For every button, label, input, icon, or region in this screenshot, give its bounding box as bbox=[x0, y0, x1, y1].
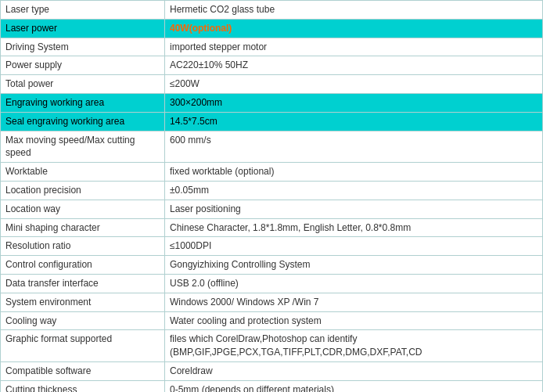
specs-table: Laser typeHermetic CO2 glass tubeLaser p… bbox=[0, 0, 543, 392]
table-row: Location precision±0.05mm bbox=[1, 181, 543, 200]
table-row: Engraving working area300×200mm bbox=[1, 93, 543, 112]
row-label: Laser type bbox=[1, 1, 165, 20]
row-value: 600 mm/s bbox=[165, 131, 543, 163]
row-value: 0-5mm (depends on different materials) bbox=[165, 380, 543, 392]
table-row: Laser power40W(optional) bbox=[1, 19, 543, 38]
row-label: Control configuration bbox=[1, 256, 165, 275]
row-value: USB 2.0 (offline) bbox=[165, 274, 543, 293]
row-value: ±0.05mm bbox=[165, 181, 543, 200]
table-row: Laser typeHermetic CO2 glass tube bbox=[1, 1, 543, 20]
row-value: Windows 2000/ Windows XP /Win 7 bbox=[165, 293, 543, 311]
row-value: Water cooling and protection system bbox=[165, 311, 543, 330]
row-label: Driving System bbox=[1, 38, 165, 56]
row-label: Power supply bbox=[1, 56, 165, 75]
row-value: AC220±10% 50HZ bbox=[165, 56, 543, 75]
row-label: Worktable bbox=[1, 163, 165, 182]
row-value: imported stepper motor bbox=[165, 38, 543, 56]
table-row: Max moving speed/Max cutting speed600 mm… bbox=[1, 131, 543, 163]
row-value: Gongyizhixing Controlling System bbox=[165, 256, 543, 275]
row-label: System environment bbox=[1, 293, 165, 311]
row-value: fixed worktable (optional) bbox=[165, 163, 543, 182]
table-row: Mini shaping characterChinese Character,… bbox=[1, 218, 543, 237]
row-value: 40W(optional) bbox=[165, 19, 543, 38]
table-row: Total power≤200W bbox=[1, 75, 543, 94]
row-value: ≤1000DPI bbox=[165, 237, 543, 256]
row-label: Total power bbox=[1, 75, 165, 94]
row-label: Resolution ratio bbox=[1, 237, 165, 256]
table-row: System environmentWindows 2000/ Windows … bbox=[1, 293, 543, 311]
row-label: Location way bbox=[1, 200, 165, 218]
table-row: Power supplyAC220±10% 50HZ bbox=[1, 56, 543, 75]
table-row: Driving Systemimported stepper motor bbox=[1, 38, 543, 56]
row-value: ≤200W bbox=[165, 75, 543, 94]
row-value: 14.5*7.5cm bbox=[165, 112, 543, 131]
row-label: Engraving working area bbox=[1, 93, 165, 112]
row-value: Laser positioning bbox=[165, 200, 543, 218]
row-label: Cooling way bbox=[1, 311, 165, 330]
row-label: Mini shaping character bbox=[1, 218, 165, 237]
table-row: Compatible softwareCoreldraw bbox=[1, 361, 543, 380]
row-value: Chinese Character, 1.8*1.8mm, English Le… bbox=[165, 218, 543, 237]
row-label: Compatible software bbox=[1, 361, 165, 380]
row-value: 300×200mm bbox=[165, 93, 543, 112]
table-row: Control configurationGongyizhixing Contr… bbox=[1, 256, 543, 275]
row-label: Data transfer interface bbox=[1, 274, 165, 293]
row-value: Coreldraw bbox=[165, 361, 543, 380]
table-row: Worktablefixed worktable (optional) bbox=[1, 163, 543, 182]
table-row: Graphic format supportedfiles which Core… bbox=[1, 330, 543, 362]
table-row: Cutting thickness0-5mm (depends on diffe… bbox=[1, 380, 543, 392]
table-row: Cooling wayWater cooling and protection … bbox=[1, 311, 543, 330]
table-row: Resolution ratio≤1000DPI bbox=[1, 237, 543, 256]
row-label: Seal engraving working area bbox=[1, 112, 165, 131]
row-label: Laser power bbox=[1, 19, 165, 38]
table-row: Data transfer interfaceUSB 2.0 (offline) bbox=[1, 274, 543, 293]
row-value: files which CorelDraw,Photoshop can iden… bbox=[165, 330, 543, 362]
row-label: Cutting thickness bbox=[1, 380, 165, 392]
row-label: Location precision bbox=[1, 181, 165, 200]
row-label: Graphic format supported bbox=[1, 330, 165, 362]
table-row: Location wayLaser positioning bbox=[1, 200, 543, 218]
row-label: Max moving speed/Max cutting speed bbox=[1, 131, 165, 163]
table-row: Seal engraving working area14.5*7.5cm bbox=[1, 112, 543, 131]
row-value: Hermetic CO2 glass tube bbox=[165, 1, 543, 20]
